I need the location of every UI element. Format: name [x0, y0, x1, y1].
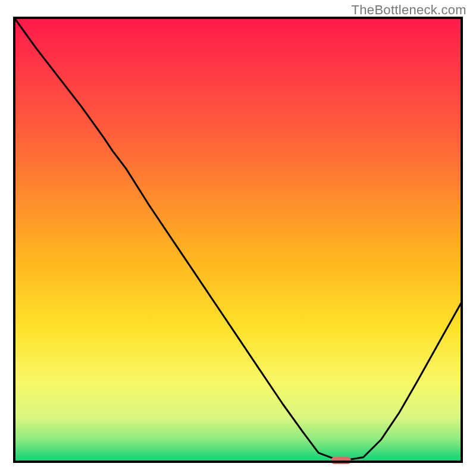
plot-background [14, 18, 462, 462]
bottleneck-chart [0, 0, 476, 476]
chart-container: TheBottleneck.com [0, 0, 476, 476]
